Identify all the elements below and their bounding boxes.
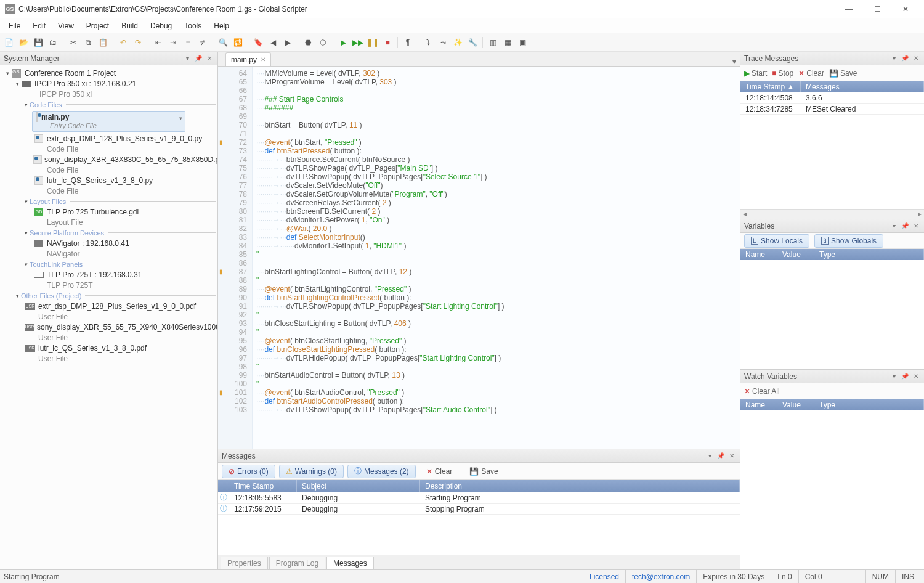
editor-tab-main-py[interactable]: main.py ✕ xyxy=(225,52,271,66)
paste-icon[interactable]: 📋 xyxy=(97,36,109,49)
tlp-item[interactable]: TLP Pro 725T : 192.168.0.31 xyxy=(47,271,142,279)
col-description[interactable]: Description xyxy=(420,480,740,492)
code-editor[interactable]: ▮ ▮ ▮ 64 65 66 67 68 69 70 71 72 73 74 7… xyxy=(218,67,740,449)
step-into-icon[interactable]: ⤵ xyxy=(422,36,434,49)
tree-item[interactable]: lutr_lc_QS_Series_v1_3_8_0.py xyxy=(1,175,216,186)
panel-pin-icon[interactable]: 📌 xyxy=(901,372,909,381)
tree-toggle-icon[interactable]: ▾ xyxy=(4,70,11,76)
maximize-button[interactable]: ☐ xyxy=(864,1,891,18)
show-locals-button[interactable]: 🄻Show Locals xyxy=(744,234,809,248)
close-button[interactable]: ✕ xyxy=(892,1,919,18)
table-row[interactable]: ⓘ 12:17:59:2015 Debugging Stopping Progr… xyxy=(218,504,740,515)
tree-toggle-icon[interactable]: ▾ xyxy=(14,81,21,87)
panel-dropdown-icon[interactable]: ▾ xyxy=(183,54,192,63)
trace-clear-button[interactable]: ✕Clear xyxy=(798,69,824,78)
show-globals-button[interactable]: 🄶Show Globals xyxy=(814,234,883,248)
replace-icon[interactable]: 🔁 xyxy=(232,36,244,49)
menu-build[interactable]: Build xyxy=(115,20,144,31)
status-licensed[interactable]: Licensed xyxy=(583,570,625,583)
trace-stop-button[interactable]: ■Stop xyxy=(772,69,793,78)
whitespace-icon[interactable]: ¶ xyxy=(402,36,414,49)
code-content[interactable]: ····lvlMicVolume = Level( dvTLP, 302 ) ·… xyxy=(253,67,740,449)
debug-icon[interactable]: ▶▶ xyxy=(352,36,364,49)
menu-tools[interactable]: Tools xyxy=(178,20,208,31)
panel-dropdown-icon[interactable]: ▾ xyxy=(890,372,898,381)
tab-messages[interactable]: Messages xyxy=(326,556,374,569)
bookmark-prev-icon[interactable]: ◀ xyxy=(267,36,279,49)
panel2-icon[interactable]: ▦ xyxy=(501,36,514,49)
save-all-icon[interactable]: 🗂 xyxy=(47,36,59,49)
tree-toggle-icon[interactable]: ▾ xyxy=(22,102,30,108)
panel-close-icon[interactable]: ✕ xyxy=(205,54,214,63)
table-row[interactable]: 12:18:14:4508 3.6.6 xyxy=(740,92,924,104)
build-icon[interactable]: 🔧 xyxy=(466,36,479,49)
col-value[interactable]: Value xyxy=(777,249,814,260)
menu-edit[interactable]: Edit xyxy=(26,20,52,31)
panel-dropdown-icon[interactable]: ▾ xyxy=(890,222,898,230)
menu-project[interactable]: Project xyxy=(80,20,115,31)
layout-file[interactable]: TLP Pro 725 Turbulence.gdl xyxy=(47,208,139,216)
col-value[interactable]: Value xyxy=(777,399,814,410)
panel-dropdown-icon[interactable]: ▾ xyxy=(890,54,898,63)
col-type[interactable]: Type xyxy=(814,399,924,410)
tab-properties[interactable]: Properties xyxy=(221,556,268,569)
table-row[interactable]: ⓘ 12:18:05:5583 Debugging Starting Progr… xyxy=(218,492,740,504)
panel-close-icon[interactable]: ✕ xyxy=(912,54,920,63)
tree-item[interactable]: USR extr_dsp_DMP_128_Plus_Series_v1_9_0_… xyxy=(1,301,216,311)
table-row[interactable]: 12:18:34:7285 MESet Cleared xyxy=(740,104,924,115)
navigator-item[interactable]: NAVigator : 192.168.0.41 xyxy=(47,239,129,248)
tab-program-log[interactable]: Program Log xyxy=(269,556,325,569)
panel-close-icon[interactable]: ✕ xyxy=(727,452,736,460)
errors-button[interactable]: ⊘Errors (0) xyxy=(222,465,275,478)
panel-dropdown-icon[interactable]: ▾ xyxy=(705,452,714,460)
find-icon[interactable]: 🔍 xyxy=(217,36,229,49)
stop-icon[interactable]: ■ xyxy=(381,36,394,49)
tab-overflow-icon[interactable]: ▾ xyxy=(732,57,736,66)
device-label[interactable]: IPCP Pro 350 xi : 192.168.0.21 xyxy=(34,80,136,88)
breakpoint-clear-icon[interactable]: ⬡ xyxy=(317,36,329,49)
bookmark-icon[interactable]: 🔖 xyxy=(252,36,264,49)
tree-item[interactable]: USR sony_display_XBR_55_65_75_X940_X840S… xyxy=(1,322,216,332)
minimize-button[interactable]: — xyxy=(835,1,862,18)
cut-icon[interactable]: ✂ xyxy=(67,36,79,49)
save-icon[interactable]: 💾 xyxy=(32,36,44,49)
col-messages[interactable]: Messages xyxy=(801,81,924,92)
dropdown-icon[interactable]: ▾ xyxy=(179,115,182,121)
col-subject[interactable]: Subject xyxy=(297,480,420,492)
comment-icon[interactable]: ≡ xyxy=(182,36,194,49)
wand-icon[interactable]: ✨ xyxy=(452,36,464,49)
status-email[interactable]: tech@extron.com xyxy=(625,570,696,583)
panel-pin-icon[interactable]: 📌 xyxy=(901,222,909,230)
panel-pin-icon[interactable]: 📌 xyxy=(716,452,725,460)
indent-right-icon[interactable]: ⇥ xyxy=(167,36,179,49)
new-icon[interactable]: 📄 xyxy=(2,36,15,49)
trace-save-button[interactable]: 💾Save xyxy=(829,69,857,78)
menu-help[interactable]: Help xyxy=(208,20,235,31)
project-name[interactable]: Conference Room 1 Project xyxy=(25,69,116,78)
run-icon[interactable]: ▶ xyxy=(337,36,349,49)
save-button[interactable]: 💾Save xyxy=(463,465,505,478)
tree-item-main-py[interactable]: main.py Entry Code File ▾ xyxy=(32,111,185,132)
step-over-icon[interactable]: ⤼ xyxy=(437,36,449,49)
menu-debug[interactable]: Debug xyxy=(144,20,178,31)
copy-icon[interactable]: ⧉ xyxy=(82,36,94,49)
panel3-icon[interactable]: ▣ xyxy=(516,36,529,49)
panel-pin-icon[interactable]: 📌 xyxy=(901,54,909,63)
col-timestamp[interactable]: Time Stamp xyxy=(229,480,297,492)
bookmark-next-icon[interactable]: ▶ xyxy=(282,36,294,49)
tree-toggle-icon[interactable]: ▾ xyxy=(14,293,21,299)
project-tree[interactable]: ▾ GS Conference Room 1 Project ▾ IPCP Pr… xyxy=(0,65,217,569)
tree-toggle-icon[interactable]: ▾ xyxy=(22,198,30,205)
watch-clear-button[interactable]: ✕Clear All xyxy=(744,387,780,396)
col-name[interactable]: Name xyxy=(740,249,777,260)
redo-icon[interactable]: ↷ xyxy=(132,36,144,49)
breakpoint-icon[interactable]: ⬣ xyxy=(302,36,314,49)
menu-view[interactable]: View xyxy=(52,20,80,31)
panel-pin-icon[interactable]: 📌 xyxy=(194,54,203,63)
undo-icon[interactable]: ↶ xyxy=(117,36,129,49)
pause-icon[interactable]: ❚❚ xyxy=(367,36,379,49)
tab-close-icon[interactable]: ✕ xyxy=(261,56,265,63)
warnings-button[interactable]: ⚠Warnings (0) xyxy=(279,465,344,478)
trace-start-button[interactable]: ▶Start xyxy=(744,69,767,78)
tree-item[interactable]: extr_dsp_DMP_128_Plus_Series_v1_9_0_0.py xyxy=(1,133,216,144)
